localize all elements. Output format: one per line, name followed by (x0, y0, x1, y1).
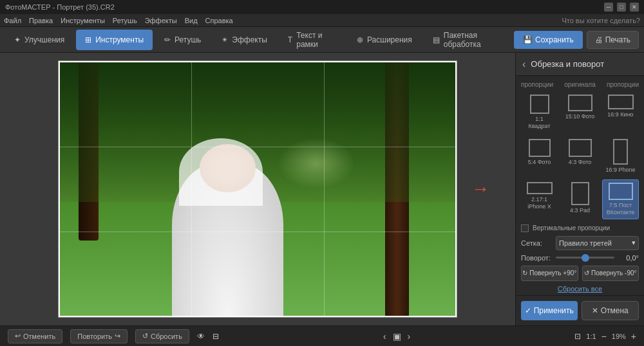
crop-label-vk: 7:5 ПостВКонтакте (607, 202, 634, 216)
chevron-down-icon: ▾ (632, 239, 636, 247)
titlebar: ФотоМАСТЕР - Портрет (35).CR2 ─ □ ✕ (0, 0, 644, 14)
effects-icon: ✴ (222, 35, 228, 44)
save-icon: 💾 (523, 35, 533, 44)
save-button[interactable]: 💾 Сохранить (514, 31, 583, 49)
photo-background (59, 61, 457, 317)
menu-retouch[interactable]: Ретушь (113, 17, 137, 24)
compare-icon[interactable]: ⊟ (213, 332, 219, 341)
vertical-proportions-checkbox[interactable] (521, 224, 529, 232)
rotation-thumb[interactable] (582, 254, 589, 262)
light-spot (278, 138, 355, 189)
vertical-proportions-row: Вертикальные пропорции (521, 224, 639, 232)
grid-field-row: Сетка: Правило третей ▾ (521, 236, 639, 250)
menu-edit[interactable]: Правка (29, 17, 53, 24)
crop-label-photo54: 5:4 Фото (528, 159, 551, 166)
menu-tools[interactable]: Инструменты (61, 17, 105, 24)
undo-button[interactable]: ↩ Отменить (8, 329, 62, 343)
crop-label-iphonex: 2.17:1iPhone X (527, 196, 551, 210)
nav-prev-button[interactable]: ‹ (383, 331, 386, 341)
crop-item-phone[interactable]: 16:9 Phone (602, 136, 639, 176)
tab-extend[interactable]: ⊕ Расширения (348, 30, 421, 50)
nav-next-button[interactable]: › (408, 331, 411, 341)
maximize-button[interactable]: □ (617, 3, 626, 12)
status-left: ↩ Отменить Повторить ↪ ↺ Сбросить 👁 ⊟ (8, 329, 219, 343)
statusbar: ↩ Отменить Повторить ↪ ↺ Сбросить 👁 ⊟ ‹ … (0, 325, 644, 346)
rotate-ccw-icon: ↺ (584, 269, 589, 277)
zoom-out-button[interactable]: − (601, 331, 607, 341)
menu-effects[interactable]: Эффекты (145, 17, 177, 24)
redo-button[interactable]: Повторить ↪ (70, 329, 128, 343)
panel-back-button[interactable]: ‹ (522, 59, 526, 70)
extend-icon: ⊕ (357, 35, 363, 44)
batch-icon: ▤ (433, 35, 440, 44)
rotate-minus90-button[interactable]: ↺ Повернуть -90° (582, 266, 639, 281)
crop-label-square: 1:1 Квадрат (524, 116, 555, 130)
crop-label-pad: 4:3 Pad (570, 207, 590, 214)
crop-item-photo1510[interactable]: 15:10 Фото (562, 92, 598, 132)
veil (179, 138, 263, 205)
undo-icon: ↩ (15, 332, 21, 340)
cancel-button[interactable]: ✕ Отмена (582, 301, 639, 320)
text-icon: T (288, 35, 292, 44)
crop-item-photo43[interactable]: 4:3 Фото (562, 136, 598, 176)
zoom-in-button[interactable]: + (631, 331, 636, 341)
panel-footer: ✓ Применить ✕ Отмена (516, 295, 644, 325)
nav-folder-button[interactable]: ▣ (393, 331, 401, 341)
window-title: ФотоМАСТЕР - Портрет (35).CR2 (5, 3, 115, 11)
crop-box-cinema (608, 95, 634, 109)
grid-select[interactable]: Правило третей ▾ (556, 236, 639, 250)
reset-all-link[interactable]: Сбросить все (521, 285, 639, 293)
crop-item-iphonex[interactable]: 2.17:1iPhone X (521, 179, 558, 219)
redo-icon: ↪ (115, 332, 120, 340)
crop-item-photo54[interactable]: 5:4 Фото (521, 136, 558, 176)
brush-icon: ✏ (164, 35, 171, 44)
crop-item-vk[interactable]: 7:5 ПостВКонтакте (602, 179, 639, 219)
print-button[interactable]: 🖨 Печать (587, 31, 639, 49)
menu-help[interactable]: Справка (205, 17, 233, 24)
tab-improve[interactable]: ✦ Улучшения (5, 30, 73, 50)
tab-retouch[interactable]: ✏ Ретушь (155, 30, 210, 50)
reset-button[interactable]: ↺ Сбросить (135, 329, 189, 343)
main-area: → ‹ Обрезка и поворот пропорции оригинал… (0, 53, 644, 325)
tools-icon: ⊞ (85, 35, 91, 44)
menu-file[interactable]: Файл (4, 17, 21, 24)
crop-item-cinema[interactable]: 16:9 Кино (602, 92, 639, 132)
crop-item-square[interactable]: 1:1 Квадрат (521, 92, 558, 132)
crop-box-photo54 (529, 139, 551, 157)
tab-effects[interactable]: ✴ Эффекты (213, 30, 276, 50)
print-icon: 🖨 (595, 35, 603, 44)
canvas-area[interactable]: → (0, 53, 515, 325)
crop-item-pad[interactable]: 4:3 Pad (562, 179, 598, 219)
rotation-row: Поворот: 0,0° (521, 254, 639, 262)
status-center: ‹ ▣ › (227, 331, 567, 341)
status-right: ⊡ 1:1 − 19% + (574, 331, 636, 341)
canvas-image (58, 60, 457, 318)
global-search[interactable]: Что вы хотите сделать? (562, 17, 640, 24)
crop-box-iphonex (527, 182, 553, 194)
rotate-buttons: ↻ Повернуть +90° ↺ Повернуть -90° (521, 266, 639, 281)
canvas-wrapper: → (58, 60, 457, 318)
apply-button[interactable]: ✓ Применить (521, 301, 578, 320)
zoom-fit-icon[interactable]: ⊡ (574, 332, 581, 341)
rotation-value: 0,0° (618, 254, 639, 262)
menu-view[interactable]: Вид (185, 17, 198, 24)
crop-box-photo1510 (568, 95, 592, 111)
vertical-proportions-label: Вертикальные пропорции (533, 224, 610, 232)
tab-text[interactable]: T Текст и рамки (279, 30, 345, 50)
tab-batch[interactable]: ▤ Пакетная обработка (424, 30, 511, 50)
crop-box-phone (613, 139, 628, 165)
close-button[interactable]: ✕ (630, 3, 639, 12)
tab-tools[interactable]: ⊞ Инструменты (76, 30, 153, 50)
crop-box-pad (571, 182, 589, 205)
checkmark-icon: ✓ (525, 306, 531, 315)
rotate-plus90-button[interactable]: ↻ Повернуть +90° (521, 266, 578, 281)
eye-icon[interactable]: 👁 (197, 332, 205, 341)
rotation-label: Поворот: (521, 254, 552, 262)
crop-label-cinema: 16:9 Кино (607, 111, 633, 118)
crop-label-photo1510: 15:10 Фото (565, 113, 595, 120)
rotation-slider[interactable] (556, 257, 614, 259)
minimize-button[interactable]: ─ (604, 3, 613, 12)
crop-grid: 1:1 Квадрат 15:10 Фото 16:9 Кино 5:4 Фот… (521, 92, 639, 219)
panel-title: Обрезка и поворот (531, 59, 604, 69)
cancel-x-icon: ✕ (592, 306, 598, 315)
